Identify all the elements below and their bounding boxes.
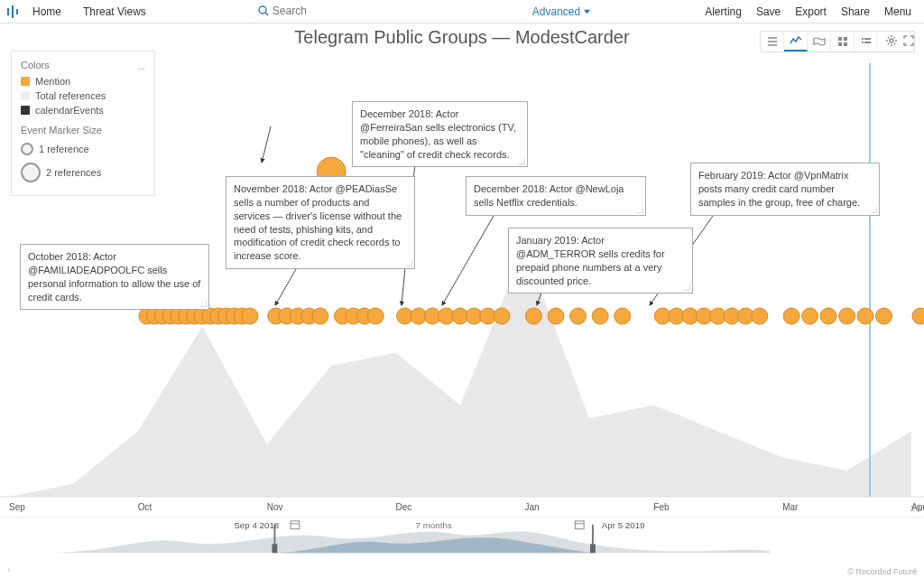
mention-marker[interactable] xyxy=(802,308,818,324)
y-axis-pct-label: 2% xyxy=(910,504,922,513)
brush-start-date: Sep 4 2018 xyxy=(234,520,280,530)
callout-feb2019: February 2019: Actor @VpnMatrix posts ma… xyxy=(690,163,880,216)
search-wrap: Advanced xyxy=(159,3,694,21)
svg-text:2018: 2018 xyxy=(9,514,30,515)
nav-export[interactable]: Export xyxy=(788,2,834,22)
nav-save[interactable]: Save xyxy=(749,2,788,22)
nav-home[interactable]: Home xyxy=(23,2,70,22)
callout-dec2018b: December 2018: Actor @NewLoja sells Netf… xyxy=(466,176,646,216)
advanced-label: Advanced xyxy=(532,5,580,18)
search-input[interactable] xyxy=(254,3,525,21)
svg-rect-43 xyxy=(590,544,596,553)
callout-oct2018: October 2018: Actor @FAMILIADEADPOOLFC s… xyxy=(20,244,209,310)
nav-share[interactable]: Share xyxy=(834,2,877,22)
mention-marker[interactable] xyxy=(312,308,328,324)
svg-rect-44 xyxy=(575,521,584,529)
callout-jan2019: January 2019: Actor @ADM_TERROR sells cr… xyxy=(508,228,693,294)
nav-menu[interactable]: Menu xyxy=(877,2,919,22)
svg-rect-40 xyxy=(291,521,300,529)
app-logo-icon xyxy=(5,5,20,19)
time-brush[interactable]: Sep 4 2018 Apr 5 2019 7 months xyxy=(0,517,924,560)
svg-rect-0 xyxy=(7,8,9,15)
svg-text:Mar: Mar xyxy=(782,502,799,512)
advanced-toggle[interactable]: Advanced xyxy=(525,5,598,18)
mention-marker[interactable] xyxy=(857,308,873,324)
mention-marker[interactable] xyxy=(912,308,924,324)
callout-dec2018a: December 2018: Actor @FerreiraSan sells … xyxy=(352,101,528,167)
chart-title: Telegram Public Groups — ModestCarder xyxy=(0,27,924,48)
svg-point-3 xyxy=(259,6,266,14)
svg-line-4 xyxy=(265,13,268,15)
search-icon xyxy=(258,5,269,19)
brush-span-label: 7 months xyxy=(416,520,452,530)
mention-marker[interactable] xyxy=(820,308,836,324)
svg-text:Sep: Sep xyxy=(9,502,25,512)
mention-marker[interactable] xyxy=(839,308,855,324)
mention-marker[interactable] xyxy=(783,308,799,324)
brush-prev-arrow-icon[interactable]: ‹ xyxy=(7,564,11,574)
top-nav: Home Threat Views Advanced Alerting Save… xyxy=(0,0,924,23)
svg-rect-1 xyxy=(12,5,14,18)
mention-marker[interactable] xyxy=(592,308,608,324)
brush-end-date: Apr 5 2019 xyxy=(602,520,645,530)
svg-text:2019: 2019 xyxy=(524,514,545,515)
mention-marker[interactable] xyxy=(614,308,631,324)
mention-marker[interactable] xyxy=(752,308,768,324)
svg-rect-2 xyxy=(16,9,18,14)
mention-marker[interactable] xyxy=(570,308,587,324)
right-links: Alerting Save Export Share Menu xyxy=(698,2,919,22)
mention-marker[interactable] xyxy=(367,308,383,324)
nav-threat-views[interactable]: Threat Views xyxy=(74,2,155,22)
mention-marker[interactable] xyxy=(548,308,564,324)
svg-text:Dec: Dec xyxy=(396,502,412,512)
mention-marker[interactable] xyxy=(494,308,510,324)
footer-brand: © Recorded Future xyxy=(847,567,917,576)
svg-marker-5 xyxy=(584,10,590,14)
caret-down-icon xyxy=(583,7,591,15)
svg-text:Oct: Oct xyxy=(138,502,152,512)
svg-text:Nov: Nov xyxy=(267,502,283,512)
mention-marker[interactable] xyxy=(876,308,892,324)
mention-marker[interactable] xyxy=(525,308,541,324)
nav-alerting[interactable]: Alerting xyxy=(698,2,749,22)
svg-rect-39 xyxy=(272,544,277,553)
svg-text:Jan: Jan xyxy=(524,502,539,512)
callout-nov2018: November 2018: Actor @PEADiasSe sells a … xyxy=(226,176,415,269)
mention-marker[interactable] xyxy=(242,308,258,324)
svg-text:Feb: Feb xyxy=(653,502,670,512)
